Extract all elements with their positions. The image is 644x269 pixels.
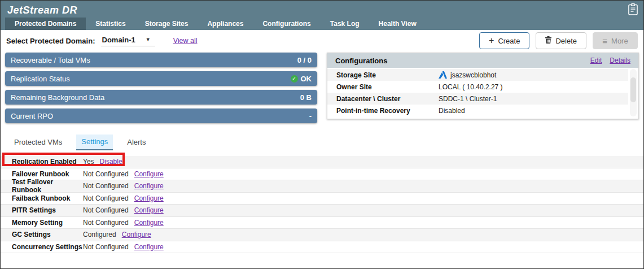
settings-row-label: Memory Setting [12,219,83,227]
nav-tab[interactable]: Protected Domains [5,18,86,30]
settings-row-status: Yes [83,158,94,166]
config-row: Datacenter \ Cluster SDDC-1 \ Cluster-1 [327,93,628,105]
settings-row-status: Not Configured [83,219,129,227]
nav-tab-label: Appliances [207,20,243,28]
summary-bar-label: Current RPO [11,112,53,120]
configurations-panel: Configurations Edit Details Storage Site [327,53,639,119]
nav-tab-label: Health View [379,20,417,28]
summary-bar: Replication Status ✓ OK [5,71,317,86]
nav-tab-label: Statistics [95,20,125,28]
settings-row: Concurrency Settings Not Configured Conf… [1,241,643,254]
config-row-label: Datacenter \ Cluster [336,95,439,103]
config-row: Storage Site jsazswcblobhot [327,69,628,81]
settings-action-link[interactable]: Configure [134,243,164,251]
summary-bar-value: ✓ - [309,112,312,120]
settings-action-link[interactable]: Disable [100,158,122,166]
settings-action-link[interactable]: Configure [134,219,164,227]
config-row-value: Disabled [439,107,465,115]
nav-tab[interactable]: Storage Sites [135,18,198,30]
settings-row: Replication Enabled Yes Disable [1,156,643,168]
clipboard-icon[interactable] [628,3,638,18]
summary-bar: Remaining Background Data ✓ 0 B [5,90,317,105]
plus-icon: + [489,36,494,45]
detail-tab-label: Alerts [127,138,146,146]
settings-row-label: Failover Runbook [12,170,83,178]
summary-bar-label: Remaining Background Data [11,93,104,102]
selected-domain: Domain-1 [102,36,135,44]
settings-row-status: Not Configured [83,182,129,190]
detail-tab-label: Protected VMs [14,138,62,146]
configurations-title: Configurations [335,57,387,65]
summary-bar: Current RPO ✓ - [5,109,317,123]
config-row-value: SDDC-1 \ Cluster-1 [439,95,497,103]
settings-row: PITR Settings Not Configured Configure [1,205,643,217]
chevron-down-icon: ▼ [146,37,151,42]
summary-bar-value: ✓ OK [291,75,312,83]
settings-action-link[interactable]: Configure [134,194,164,202]
settings-table: Replication Enabled Yes Disable Failover… [1,156,643,253]
configurations-header: Configurations Edit Details [327,53,638,68]
settings-row-label: Failback Runbook [12,194,83,202]
nav-tab[interactable]: Task Log [321,18,369,30]
more-button[interactable]: ≡ More [593,32,638,49]
settings-action-link[interactable]: Configure [134,170,164,178]
settings-row-status: Not Configured [83,194,129,202]
settings-action-link[interactable]: Configure [134,182,164,190]
config-row: Owner Site LOCAL ( 10.40.2.27 ) [327,81,628,93]
config-row-value-text: Disabled [439,107,465,115]
summary-bar-value-text: - [309,112,312,120]
settings-row-label: Concurrency Settings [12,243,83,251]
nav-tab[interactable]: Configurations [253,18,320,30]
settings-row-label: GC Settings [12,231,83,238]
settings-action-link[interactable]: Configure [122,231,151,238]
nav-tab-label: Configurations [262,20,310,28]
toolbar-buttons: + Create Delete ≡ More [479,32,638,49]
config-scrollbar[interactable] [630,69,637,116]
trash-icon [545,36,551,45]
header-upper: JetStream DR [1,1,643,18]
edit-link[interactable]: Edit [590,57,602,64]
menu-icon: ≡ [602,37,607,45]
jetstream-dr-window: JetStream DR Protected Domains Statistic… [0,0,644,269]
app-header: JetStream DR Protected Domains Statistic… [1,1,643,30]
nav-tab[interactable]: Health View [369,18,426,30]
detail-tab[interactable]: Settings [76,134,113,150]
summary-bar-value: ✓ 0 / 0 [297,56,312,64]
config-row-value-text: LOCAL ( 10.40.2.27 ) [439,83,503,91]
detail-tab[interactable]: Protected VMs [9,134,67,150]
nav-tab-label: Storage Sites [145,20,189,28]
summary-bar-value-text: 0 / 0 [297,56,312,64]
domain-dropdown[interactable]: Domain-1 ▼ [101,36,155,46]
settings-row-status: Not Configured [83,243,129,251]
settings-row-label: Replication Enabled [12,158,83,166]
nav-tab-label: Task Log [330,20,360,28]
settings-row: GC Settings Configured Configure [1,229,643,241]
select-domain-label: Select Protected Domain: [6,37,95,45]
delete-button[interactable]: Delete [536,32,586,49]
detail-tabs: Protected VMs Settings Alerts [1,134,643,150]
summary-bar-label: Recoverable / Total VMs [11,56,90,64]
configurations-links: Edit Details [590,57,630,64]
settings-row: Test Failover Runbook Not Configured Con… [1,180,643,193]
configurations-body: Storage Site jsazswcblobhot [327,68,638,119]
more-button-label: More [611,37,628,45]
config-row-value: LOCAL ( 10.40.2.27 ) [439,83,503,91]
settings-action-link[interactable]: Configure [134,206,164,214]
nav-tab[interactable]: Appliances [198,18,253,30]
nav-tab-label: Protected Domains [15,20,76,28]
details-link[interactable]: Details [610,57,630,64]
configurations-rows: Storage Site jsazswcblobhot [327,69,628,116]
config-row-label: Owner Site [336,83,439,91]
config-scrollbar-thumb[interactable] [630,77,636,102]
check-circle-icon: ✓ [291,75,298,83]
nav-tab[interactable]: Statistics [86,18,135,30]
summary-bar-value-text: 0 B [300,93,312,102]
app-logo: JetStream DR [7,2,77,16]
create-button[interactable]: + Create [479,32,529,49]
domain-toolbar: Select Protected Domain: Domain-1 ▼ View… [1,30,643,51]
config-row-label: Storage Site [336,71,439,79]
summary-bar-label: Replication Status [11,75,70,83]
view-all-link[interactable]: View all [173,37,198,45]
detail-tab[interactable]: Alerts [122,134,151,150]
settings-row: Failback Runbook Not Configured Configur… [1,193,643,205]
